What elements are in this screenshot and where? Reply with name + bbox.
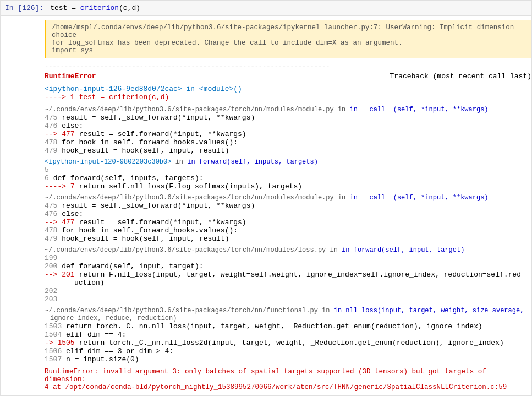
- num-479b: 479: [45, 235, 57, 243]
- arrow-line-1: ----> 1 test = criterion(c,d): [45, 93, 531, 101]
- code-201b: uction): [45, 279, 105, 287]
- section5-line-1505: -> 1505 return torch._C._nn.nll_loss2d(i…: [45, 339, 531, 347]
- num-475b: 475: [45, 202, 57, 210]
- section5-line-1503: 1503 return torch._C._nn.nll_loss(input,…: [45, 322, 531, 330]
- section4-line-201b: uction): [45, 279, 531, 287]
- section3-path: ~/.conda/envs/deep/lib/python3.6/site-pa…: [45, 194, 531, 202]
- section3-line-479: 479 hook_result = hook(self, input, resu…: [45, 235, 531, 243]
- traceback-section-2: <ipython-input-120-9802203c30b0> in in f…: [45, 158, 531, 191]
- section1-in: in: [338, 106, 350, 113]
- section2-in: in: [175, 158, 188, 166]
- traceback-section-5: ~/.conda/envs/deep/lib/python3.6/site-pa…: [45, 307, 531, 364]
- cell-label: In [126]:: [1, 3, 48, 13]
- section1-line-478: 478 for hook in self._forward_hooks.valu…: [45, 138, 531, 147]
- section1-call: in __call__(self, *input, **kwargs): [350, 106, 489, 113]
- error-header-row: RuntimeError Traceback (most recent call…: [45, 72, 531, 80]
- num-475a: 475: [45, 113, 57, 122]
- arrow-201: --> 201: [45, 270, 75, 279]
- traceback-section-1: ~/.conda/envs/deep/lib/python3.6/site-pa…: [45, 106, 531, 155]
- section3-line-476: 476 else:: [45, 210, 531, 218]
- section5-line-1504: 1504 elif dim == 4:: [45, 330, 531, 339]
- num-1506: 1506: [45, 347, 62, 355]
- code-1504: elif dim == 4:: [66, 330, 126, 339]
- num-476b: 476: [45, 210, 57, 218]
- section5-in-part2: ignore_index, reduce, reduction): [45, 315, 531, 322]
- num-6: 6: [45, 174, 49, 182]
- arrow-477b: --> 477: [45, 218, 75, 226]
- section3-line-475: 475 result = self._slow_forward(*input, …: [45, 202, 531, 210]
- section4-path: ~/.conda/envs/deep/lib/python3.6/site-pa…: [45, 246, 531, 254]
- section3-call: in __call__(self, *input, **kwargs): [350, 194, 489, 202]
- section2-call: in forward(self, inputs, targets): [187, 158, 318, 166]
- section5-path: ~/.conda/envs/deep/lib/python3.6/site-pa…: [45, 307, 531, 315]
- code-1506: elif dim == 3 or dim > 4:: [66, 347, 173, 355]
- cell-code: test = criterion(c,d): [48, 3, 531, 13]
- section4-call: in forward(self, input, target): [342, 246, 464, 254]
- section4-in: in: [330, 246, 342, 254]
- arrow-477a: --> 477: [45, 130, 75, 138]
- final-error-line2: 4 at /opt/conda/conda-bld/pytorch_nightl…: [45, 383, 531, 391]
- section1-path: ~/.conda/envs/deep/lib/python3.6/site-pa…: [45, 106, 531, 113]
- section4-line-202: 202: [45, 287, 531, 295]
- divider-line: ----------------------------------------…: [45, 62, 531, 70]
- warning-line3: import sys: [52, 47, 526, 55]
- section3-line-478: 478 for hook in self._forward_hooks.valu…: [45, 226, 531, 235]
- input-file-link[interactable]: <ipython-input-126-9ed88d072cac> in <mod…: [45, 85, 242, 93]
- input-arrow-block: <ipython-input-126-9ed88d072cac> in <mod…: [45, 85, 531, 101]
- section5-path-text: ~/.conda/envs/deep/lib/python3.6/site-pa…: [45, 307, 318, 315]
- section1-line-479: 479 hook_result = hook(self, input, resu…: [45, 147, 531, 155]
- section4-line-201: --> 201 return F.nll_loss(input, target,…: [45, 270, 531, 279]
- final-error-line1: RuntimeError: invalid argument 3: only b…: [45, 368, 531, 383]
- code-200: def forward(self, input, target):: [62, 262, 203, 270]
- code-477a: result = self.forward(*input, **kwargs): [79, 130, 246, 138]
- section1-line-477: --> 477 result = self.forward(*input, **…: [45, 130, 531, 138]
- code-479b: hook_result = hook(self, input, result): [62, 235, 229, 243]
- section5-line-1507: 1507 n = input.size(0): [45, 355, 531, 364]
- warning-box: /home/mspl/.conda/envs/deep/lib/python3.…: [45, 20, 531, 58]
- warning-line1: /home/mspl/.conda/envs/deep/lib/python3.…: [52, 24, 526, 39]
- code-6: def forward(self, inputs, targets):: [53, 174, 204, 182]
- section2-line-7: ----> 7 return self.nll_loss(F.log_softm…: [45, 182, 531, 191]
- code-477b: result = self.forward(*input, **kwargs): [79, 218, 246, 226]
- input-file-line: <ipython-input-126-9ed88d072cac> in <mod…: [45, 85, 531, 93]
- section4-line-203: 203: [45, 295, 531, 303]
- cell-output: /home/mspl/.conda/envs/deep/lib/python3.…: [1, 16, 531, 395]
- code-475a: result = self._slow_forward(*input, **kw…: [62, 113, 255, 122]
- traceback-header: Traceback (most recent call last): [390, 72, 531, 80]
- section1-path-text: ~/.conda/envs/deep/lib/python3.6/site-pa…: [45, 106, 334, 113]
- num-5: 5: [45, 166, 49, 174]
- code-1507: n = input.size(0): [66, 355, 139, 364]
- section1-line-476: 476 else:: [45, 122, 531, 130]
- code-1503: return torch._C._nn.nll_loss(input, targ…: [66, 322, 482, 330]
- final-error: RuntimeError: invalid argument 3: only b…: [45, 368, 531, 391]
- section3-in: in: [338, 194, 350, 202]
- code-476b: else:: [62, 210, 83, 218]
- section3-line-477: --> 477 result = self.forward(*input, **…: [45, 218, 531, 226]
- num-199: 199: [45, 254, 57, 262]
- num-476a: 476: [45, 122, 57, 130]
- section5-in: in: [322, 307, 334, 315]
- notebook-cell: In [126]: test = criterion(c,d) /home/ms…: [0, 0, 532, 396]
- section4-line-199: 199: [45, 254, 531, 262]
- section3-path-text: ~/.conda/envs/deep/lib/python3.6/site-pa…: [45, 194, 334, 202]
- code-478b: for hook in self._forward_hooks.values()…: [62, 226, 238, 235]
- section1-line-475: 475 result = self._slow_forward(*input, …: [45, 113, 531, 122]
- num-478a: 478: [45, 138, 57, 147]
- code-478a: for hook in self._forward_hooks.values()…: [62, 138, 238, 147]
- section4-line-200: 200 def forward(self, input, target):: [45, 262, 531, 270]
- section5-line-1506: 1506 elif dim == 3 or dim > 4:: [45, 347, 531, 355]
- code-func: criterion: [76, 4, 119, 12]
- num-1503: 1503: [45, 322, 62, 330]
- section2-path-text[interactable]: <ipython-input-120-9802203c30b0>: [45, 158, 171, 166]
- section5-call: in nll_loss(input, target, weight, size_…: [334, 307, 524, 315]
- num-478b: 478: [45, 226, 57, 235]
- num-479a: 479: [45, 147, 57, 155]
- arrow-1505: -> 1505: [45, 339, 75, 347]
- section4-path-text: ~/.conda/envs/deep/lib/python3.6/site-pa…: [45, 246, 326, 254]
- section2-path: <ipython-input-120-9802203c30b0> in in f…: [45, 158, 531, 166]
- arrow-7: ----> 7: [45, 182, 75, 191]
- code-201: return F.nll_loss(input, target, weight=…: [79, 270, 521, 279]
- num-203: 203: [45, 295, 57, 303]
- traceback-section-4: ~/.conda/envs/deep/lib/python3.6/site-pa…: [45, 246, 531, 303]
- code-479a: hook_result = hook(self, input, result): [62, 147, 229, 155]
